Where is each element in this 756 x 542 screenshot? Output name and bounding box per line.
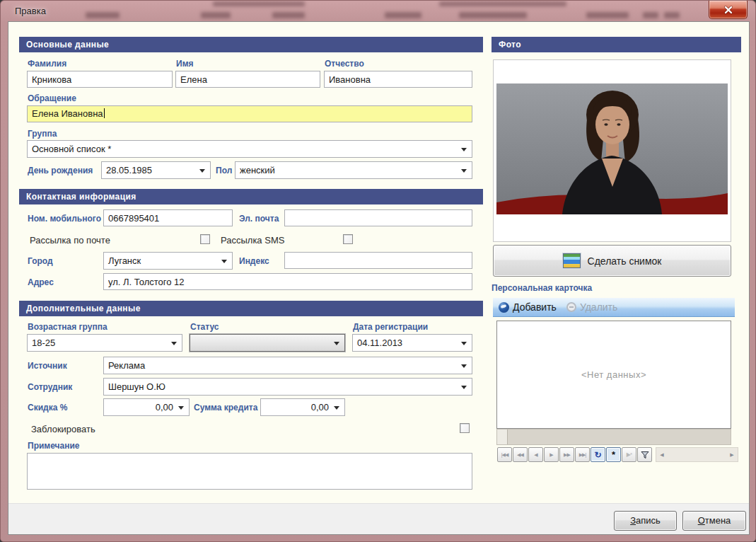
dropdown-arrow-icon	[334, 342, 339, 345]
discount-value: 0,00	[156, 402, 173, 413]
firstname-field[interactable]	[175, 71, 320, 88]
email-field[interactable]	[284, 209, 472, 226]
cancel-label: тмена	[705, 515, 731, 526]
scroll-left-arrow-icon[interactable]: ◀	[656, 448, 668, 461]
salutation-value: Елена Ивановна	[32, 108, 103, 119]
append-record-icon: ▶*	[627, 451, 632, 458]
lastname-field[interactable]	[27, 71, 173, 88]
nav-next-page-button[interactable]: ▶▶	[559, 447, 574, 462]
age-group-combobox[interactable]: 18-25	[27, 334, 182, 352]
close-button[interactable]	[709, 1, 748, 19]
nav-filter-button[interactable]	[637, 447, 652, 462]
nav-next-button[interactable]: ▶	[544, 447, 559, 462]
remove-icon	[566, 302, 576, 312]
take-snapshot-button[interactable]: Сделать снимок	[493, 245, 731, 277]
text-caret	[104, 108, 105, 118]
card-grid[interactable]: <Нет данных>	[496, 321, 731, 429]
nav-prior-page-button[interactable]: ◀◀	[513, 447, 528, 462]
patronymic-label: Отчество	[325, 59, 364, 69]
regdate-combobox[interactable]: 04.11.2013	[352, 334, 472, 352]
next-page-icon: ▶▶	[564, 452, 570, 458]
source-value: Реклама	[108, 360, 145, 371]
birthday-label: День рождения	[28, 166, 93, 175]
birthday-value: 28.05.1985	[106, 165, 152, 175]
employee-label: Сотрудник	[28, 382, 72, 392]
block-label: Заблокировать	[31, 424, 95, 434]
dropdown-arrow-icon	[171, 342, 177, 345]
nav-insert-button[interactable]: *	[606, 447, 621, 462]
delete-card-button[interactable]: Удалить	[566, 301, 617, 313]
gender-label: Пол	[216, 166, 232, 175]
nav-refresh-button[interactable]: ↻	[591, 447, 605, 462]
age-group-value: 18-25	[32, 338, 55, 348]
titlebar-blur-artifact	[664, 12, 680, 18]
zip-field[interactable]	[284, 252, 472, 269]
titlebar-blur-artifact	[213, 1, 305, 6]
picture-icon	[563, 253, 581, 268]
cancel-button[interactable]: Отмена	[682, 511, 746, 531]
add-card-button[interactable]: Добавить	[499, 301, 557, 313]
grid-horizontal-scrollbar[interactable]	[496, 429, 731, 445]
note-textarea[interactable]	[27, 453, 472, 490]
save-label: апись	[636, 515, 661, 526]
dropdown-arrow-icon	[461, 148, 467, 151]
nav-first-button[interactable]: |◀◀	[497, 447, 512, 462]
source-combobox[interactable]: Реклама	[103, 357, 472, 374]
employee-combobox[interactable]: Шершун О.Ю	[103, 378, 472, 396]
titlebar-blur-artifact	[643, 12, 658, 18]
email-label: Эл. почта	[239, 214, 279, 224]
titlebar-blur-artifact	[459, 12, 527, 18]
prior-record-icon: ◀	[534, 452, 537, 458]
insert-record-icon: *	[612, 449, 615, 460]
dropdown-arrow-icon	[461, 342, 467, 345]
sms-label: Рассылка SMS	[221, 235, 284, 246]
mobile-label: Ном. мобильного	[28, 214, 101, 224]
titlebar-blur-artifact	[586, 12, 629, 18]
status-combobox[interactable]	[190, 334, 345, 352]
dropdown-arrow-icon	[221, 260, 227, 263]
sms-checkbox[interactable]	[343, 234, 353, 244]
titlebar[interactable]: Правка	[1, 1, 755, 21]
dropdown-arrow-icon	[199, 169, 205, 173]
scrollbar-thumb[interactable]	[497, 429, 508, 444]
group-combobox[interactable]: Основной список *	[27, 140, 472, 158]
prior-page-icon: ◀◀	[517, 452, 523, 458]
patronymic-field[interactable]	[324, 71, 472, 88]
age-group-label: Возрастная группа	[28, 322, 107, 332]
mobile-field[interactable]	[103, 209, 233, 226]
titlebar-blur-artifact	[201, 12, 231, 18]
city-combobox[interactable]: Луганск	[103, 252, 233, 270]
nav-append-button[interactable]: ▶*	[622, 447, 636, 462]
edit-dialog-window: Правка Основные данные Фамилия Имя Отчес…	[0, 0, 756, 542]
discount-spinner[interactable]: 0,00	[103, 398, 190, 416]
regdate-value: 04.11.2013	[357, 338, 402, 348]
credit-spinner[interactable]: 0,00	[260, 398, 345, 416]
gender-combobox[interactable]: женский	[235, 161, 472, 179]
group-value: Основной список *	[32, 144, 111, 154]
dropdown-arrow-icon	[334, 406, 339, 410]
address-label: Адрес	[28, 277, 54, 287]
navigator-scrollbar[interactable]: ◀ ▶	[656, 447, 738, 462]
nav-prior-button[interactable]: ◀	[528, 447, 543, 462]
titlebar-blur-artifact	[272, 12, 305, 18]
mailing-checkbox[interactable]	[200, 234, 210, 244]
take-snapshot-label: Сделать снимок	[588, 255, 662, 267]
card-toolbar: Добавить Удалить	[493, 298, 735, 317]
photo-frame	[493, 59, 731, 242]
address-field[interactable]	[103, 273, 472, 290]
lastname-label: Фамилия	[28, 59, 66, 69]
section-header-contact: Контактная информация	[19, 189, 483, 204]
block-checkbox[interactable]	[460, 423, 470, 433]
group-label: Группа	[28, 129, 57, 139]
grid-empty-text: <Нет данных>	[581, 369, 646, 380]
scroll-right-arrow-icon[interactable]: ▶	[726, 448, 738, 461]
section-header-additional: Дополнительные данные	[19, 301, 483, 316]
cancel-accel: О	[698, 515, 705, 526]
birthday-combobox[interactable]: 28.05.1985	[101, 161, 211, 179]
nav-last-button[interactable]: ▶▶|	[575, 447, 590, 462]
dropdown-arrow-icon	[461, 386, 467, 389]
salutation-field[interactable]: Елена Ивановна	[27, 105, 472, 122]
save-button[interactable]: Запись	[614, 511, 677, 531]
close-icon	[723, 4, 734, 16]
mailing-label: Рассылка по почте	[30, 235, 110, 246]
